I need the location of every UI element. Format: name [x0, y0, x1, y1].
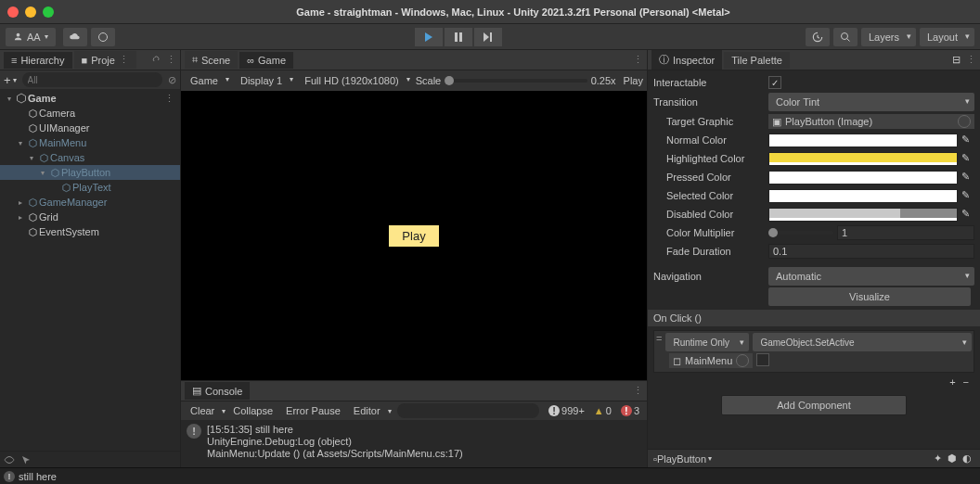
expand-arrow[interactable]: ▾ — [37, 169, 48, 177]
play-button[interactable] — [415, 28, 443, 46]
add-event-button[interactable]: + — [949, 376, 955, 388]
interactable-checkbox[interactable]: ✓ — [768, 76, 781, 89]
layout-dropdown[interactable]: Layout — [920, 28, 974, 46]
expand-arrow[interactable]: ▾ — [26, 154, 37, 162]
highlighted-color-swatch[interactable] — [768, 152, 958, 166]
target-graphic-field[interactable]: ▣PlayButton (Image) — [768, 114, 974, 129]
scene-tab[interactable]: ⌗Scene — [185, 51, 238, 69]
history-button[interactable] — [91, 28, 115, 46]
info-badge[interactable]: !999+ — [545, 405, 588, 416]
color-multiplier-input[interactable] — [837, 225, 974, 240]
resolution-dropdown[interactable]: Full HD (1920x1080) — [299, 73, 412, 88]
warn-badge[interactable]: ▲0 — [590, 405, 615, 416]
editor-dropdown[interactable]: Editor — [348, 403, 386, 418]
console-tab[interactable]: ▤Console — [185, 382, 250, 400]
bundle-icon-2[interactable]: ⬢ — [948, 452, 957, 465]
spiral-icon — [97, 32, 109, 43]
hierarchy-item-eventsystem[interactable]: EventSystem — [0, 224, 180, 239]
disabled-color-swatch[interactable] — [768, 208, 958, 222]
create-button[interactable]: + — [4, 73, 11, 87]
filter-button[interactable]: ⊘ — [168, 74, 176, 86]
hierarchy-item-playbutton[interactable]: ▾PlayButton — [0, 165, 180, 180]
eyedropper-icon[interactable]: ✎ — [961, 189, 974, 202]
visualize-button[interactable]: Visualize — [768, 287, 971, 306]
expand-arrow[interactable]: ▾ — [4, 95, 15, 103]
cloud-button[interactable] — [63, 28, 87, 46]
panel-menu[interactable]: ⋮ — [633, 54, 643, 66]
collapse-button[interactable]: Collapse — [227, 403, 278, 418]
normal-color-swatch[interactable] — [768, 134, 958, 147]
hierarchy-item-uimanager[interactable]: UIManager — [0, 121, 180, 135]
game-tab[interactable]: ∞Game — [239, 52, 293, 69]
visibility-icon[interactable] — [4, 454, 15, 465]
runtime-dropdown[interactable]: Runtime Only — [665, 333, 749, 351]
navigation-dropdown[interactable]: Automatic — [768, 267, 974, 286]
inspector-tab[interactable]: ⓘInspector — [651, 50, 722, 70]
cube-icon — [26, 138, 39, 148]
hierarchy-item-camera[interactable]: Camera — [0, 106, 180, 121]
transition-dropdown[interactable]: Color Tint — [768, 93, 974, 111]
log-entry[interactable]: ! [15:51:35] still here UnityEngine.Debu… — [181, 420, 647, 464]
hierarchy-search[interactable] — [22, 72, 162, 87]
onclick-header: On Click () — [648, 310, 980, 326]
clear-button[interactable]: Clear — [185, 403, 220, 418]
event-arg-checkbox[interactable] — [756, 353, 769, 366]
link-icon[interactable] — [149, 55, 161, 66]
object-picker-icon[interactable] — [958, 115, 971, 128]
remove-event-button[interactable]: − — [963, 376, 969, 388]
eyedropper-icon[interactable]: ✎ — [961, 134, 974, 146]
minimize-window-button[interactable] — [25, 6, 36, 18]
scene-menu[interactable]: ⋮ — [164, 93, 174, 105]
pointer-icon[interactable] — [20, 454, 32, 465]
expand-arrow[interactable]: ▾ — [15, 139, 26, 147]
step-button[interactable] — [474, 28, 502, 46]
hierarchy-item-playtext[interactable]: PlayText — [0, 180, 180, 195]
event-object-field[interactable]: ◻MainMenu — [669, 353, 753, 368]
add-component-button[interactable]: Add Component — [721, 395, 907, 415]
project-tab[interactable]: ■Proje⋮ — [74, 51, 136, 69]
bundle-icon-1[interactable]: ✦ — [934, 452, 942, 465]
expand-arrow[interactable]: ▸ — [15, 198, 26, 207]
hierarchy-item-gamemanager[interactable]: ▸GameManager — [0, 195, 180, 210]
panel-menu[interactable]: ⋮ — [166, 54, 176, 66]
hierarchy-item-mainmenu[interactable]: ▾MainMenu — [0, 135, 180, 150]
eyedropper-icon[interactable]: ✎ — [961, 171, 974, 184]
undo-history-button[interactable] — [806, 28, 830, 46]
bundle-icon-3[interactable]: ◐ — [962, 452, 972, 465]
selected-color-swatch[interactable] — [768, 189, 958, 203]
function-dropdown[interactable]: GameObject.SetActive — [753, 333, 972, 351]
layers-dropdown[interactable]: Layers — [861, 28, 916, 46]
item-label: UIManager — [39, 122, 89, 134]
lock-icon[interactable]: ⊟ — [952, 54, 961, 66]
panel-menu[interactable]: ⋮ — [966, 54, 976, 66]
pause-button[interactable] — [445, 28, 472, 46]
hierarchy-tab[interactable]: ≡Hierarchy — [4, 52, 72, 69]
hierarchy-item-grid[interactable]: ▸Grid — [0, 210, 180, 224]
cube-icon — [48, 168, 61, 178]
object-picker-icon[interactable] — [736, 354, 749, 367]
display-dropdown[interactable]: Display 1 — [235, 73, 295, 88]
eyedropper-icon[interactable]: ✎ — [961, 208, 974, 221]
maximize-window-button[interactable] — [43, 6, 54, 18]
account-button[interactable]: AA ▾ — [6, 28, 56, 46]
console-search[interactable] — [397, 403, 540, 418]
expand-arrow[interactable]: ▸ — [15, 213, 26, 222]
color-multiplier-slider[interactable] — [768, 231, 833, 235]
game-mode-dropdown[interactable]: Game — [185, 73, 231, 88]
panel-menu[interactable]: ⋮ — [633, 385, 643, 397]
search-button[interactable] — [833, 28, 858, 46]
cube-icon — [26, 197, 39, 208]
tile-palette-tab[interactable]: Tile Palette — [724, 52, 790, 69]
pressed-color-swatch[interactable] — [768, 171, 958, 185]
eyedropper-icon[interactable]: ✎ — [961, 152, 974, 165]
item-label: Grid — [39, 211, 58, 223]
error-badge[interactable]: !3 — [617, 405, 643, 416]
interactable-label: Interactable — [653, 77, 768, 88]
hierarchy-item-game[interactable]: ▾Game⋮ — [0, 91, 180, 106]
scale-slider[interactable] — [445, 79, 587, 83]
gamepad-icon: ∞ — [247, 55, 254, 66]
close-window-button[interactable] — [7, 6, 19, 18]
hierarchy-item-canvas[interactable]: ▾Canvas — [0, 150, 180, 165]
fade-duration-input[interactable] — [768, 244, 974, 259]
error-pause-button[interactable]: Error Pause — [280, 403, 346, 418]
